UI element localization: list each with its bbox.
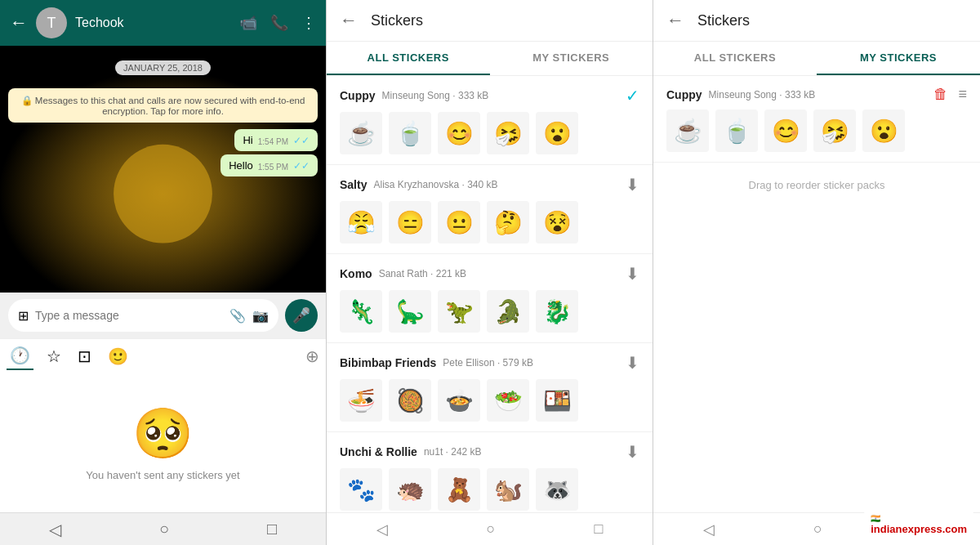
tab-all-stickers-2[interactable]: ALL STICKERS bbox=[653, 42, 817, 75]
video-call-icon[interactable]: 📹 bbox=[239, 14, 257, 32]
sticker-list: Cuppy Minseung Song · 333 kB ✓ ☕ 🍵 😊 🤧 😮… bbox=[327, 76, 653, 512]
system-nav-bar-2: ◁ ○ □ bbox=[327, 512, 653, 545]
sticker-thumb: ☕ bbox=[666, 109, 709, 152]
sticker-thumb: 🍵 bbox=[389, 112, 431, 154]
chat-back-button[interactable]: ← bbox=[10, 12, 28, 34]
sticker-thumb: 🍱 bbox=[536, 379, 578, 422]
sticker-thumb: 🐿️ bbox=[487, 468, 529, 511]
sticker-tabs: ALL STICKERS MY STICKERS bbox=[327, 42, 653, 76]
chat-title: Techook bbox=[75, 16, 231, 30]
message-bubble: Hi 1:54 PM ✓✓ bbox=[234, 129, 318, 151]
pack-meta: Sanat Rath · 221 kB bbox=[379, 268, 466, 279]
chat-input-area: ⊞ 📎 📷 🎤 bbox=[0, 293, 326, 338]
sticker-thumb: 🐊 bbox=[487, 290, 529, 333]
sticker-pack-komo: Komo Sanat Rath · 221 kB ⬇ 🦎 🦕 🦖 🐊 🐉 bbox=[327, 254, 653, 343]
sticker-pack-unchi: Unchi & Rollie nu1t · 242 kB ⬇ 🐾 🦔 🧸 🐿️ … bbox=[327, 432, 653, 512]
back-nav-button[interactable]: ◁ bbox=[703, 520, 715, 538]
sticker-tab-emoji[interactable]: 🙂 bbox=[105, 343, 131, 369]
pack-meta: nu1t · 242 kB bbox=[424, 446, 482, 458]
my-stickers-panel: ← Stickers ALL STICKERS MY STICKERS Cupp… bbox=[653, 0, 980, 545]
my-sticker-previews: ☕ 🍵 😊 🤧 😮 bbox=[666, 109, 967, 152]
sticker-thumb: 🦔 bbox=[389, 468, 431, 511]
pack-name: Unchi & Rollie bbox=[340, 445, 417, 458]
sticker-thumb: 🍜 bbox=[340, 379, 382, 422]
pack-name: Salty bbox=[340, 178, 367, 191]
home-nav-button[interactable]: ○ bbox=[159, 520, 169, 538]
emoji-icon[interactable]: ⊞ bbox=[18, 308, 29, 324]
attachment-icon[interactable]: 📎 bbox=[229, 308, 246, 324]
recents-nav-button[interactable]: □ bbox=[595, 520, 604, 538]
sticker-thumb: 🧸 bbox=[438, 468, 480, 511]
home-nav-button[interactable]: ○ bbox=[813, 520, 822, 538]
avatar: T bbox=[36, 7, 67, 38]
my-stickers-title: Stickers bbox=[697, 12, 750, 29]
mic-button[interactable]: 🎤 bbox=[285, 299, 318, 332]
sticker-thumb: 🤧 bbox=[813, 109, 856, 152]
stickers-back-button[interactable]: ← bbox=[340, 10, 358, 31]
pack-meta: Alisa Kryzhanovska · 340 kB bbox=[373, 179, 497, 190]
my-stickers-back-button[interactable]: ← bbox=[666, 10, 684, 31]
pack-download-icon[interactable]: ⬇ bbox=[626, 175, 639, 194]
date-badge: JANUARY 25, 2018 bbox=[115, 60, 211, 75]
sticker-previews: 🐾 🦔 🧸 🐿️ 🦝 bbox=[340, 468, 639, 511]
sticker-thumb: 🐾 bbox=[340, 468, 382, 511]
my-sticker-tabs: ALL STICKERS MY STICKERS bbox=[653, 42, 980, 76]
call-icon[interactable]: 📞 bbox=[270, 14, 288, 32]
sticker-previews: 😤 😑 😐 🤔 😵 bbox=[340, 201, 639, 243]
message-check: ✓✓ bbox=[293, 160, 310, 172]
sticker-pack-salty: Salty Alisa Kryzhanovska · 340 kB ⬇ 😤 😑 … bbox=[327, 165, 653, 254]
sticker-empty-text: You haven't sent any stickers yet bbox=[86, 469, 239, 481]
reorder-handle-icon[interactable]: ≡ bbox=[958, 86, 967, 103]
sticker-thumb: 🦕 bbox=[389, 290, 431, 333]
chat-messages: JANUARY 25, 2018 🔒 Messages to this chat… bbox=[0, 46, 326, 293]
sticker-picker-content: 🥺 You haven't sent any stickers yet bbox=[0, 373, 326, 512]
camera-icon[interactable]: 📷 bbox=[252, 308, 269, 324]
recents-nav-button[interactable]: □ bbox=[921, 520, 930, 538]
pack-name: Cuppy bbox=[340, 89, 376, 102]
message-check: ✓✓ bbox=[293, 135, 310, 146]
sticker-thumb: 🤧 bbox=[487, 112, 529, 154]
sticker-pack-cuppy: Cuppy Minseung Song · 333 kB ✓ ☕ 🍵 😊 🤧 😮 bbox=[327, 76, 653, 165]
message-text: Hi bbox=[243, 134, 252, 146]
back-nav-button[interactable]: ◁ bbox=[49, 520, 61, 539]
sticker-thumb: 😊 bbox=[438, 112, 480, 154]
recents-nav-button[interactable]: □ bbox=[267, 520, 277, 538]
pack-check-icon[interactable]: ✓ bbox=[626, 86, 639, 105]
sticker-thumb: 😑 bbox=[389, 201, 431, 243]
chat-panel: ← T Techook 📹 📞 ⋮ JANUARY 25, 2018 🔒 Mes… bbox=[0, 0, 327, 545]
tab-my-stickers[interactable]: MY STICKERS bbox=[490, 42, 653, 75]
message-time: 1:55 PM bbox=[258, 163, 288, 172]
stickers-header: ← Stickers bbox=[327, 0, 653, 42]
pack-download-icon[interactable]: ⬇ bbox=[626, 442, 639, 462]
sticker-thumb: 😤 bbox=[340, 201, 382, 243]
tab-my-stickers-2[interactable]: MY STICKERS bbox=[817, 42, 980, 75]
my-sticker-list: Cuppy Minseung Song · 333 kB 🗑 ≡ ☕ 🍵 😊 🤧… bbox=[653, 76, 980, 512]
encryption-notice[interactable]: 🔒 Messages to this chat and calls are no… bbox=[8, 88, 318, 123]
sticker-previews: 🍜 🥘 🍲 🥗 🍱 bbox=[340, 379, 639, 422]
message-input[interactable] bbox=[35, 309, 223, 322]
stickers-title: Stickers bbox=[371, 12, 423, 29]
delete-pack-button[interactable]: 🗑 bbox=[933, 86, 948, 103]
sticker-thumb: 😮 bbox=[862, 109, 905, 152]
tab-all-stickers[interactable]: ALL STICKERS bbox=[327, 42, 490, 75]
more-options-icon[interactable]: ⋮ bbox=[301, 14, 316, 32]
sticker-previews: 🦎 🦕 🦖 🐊 🐉 bbox=[340, 290, 639, 333]
sticker-tab-recent[interactable]: 🕐 bbox=[7, 342, 33, 370]
sticker-tab-star[interactable]: ☆ bbox=[43, 343, 65, 369]
sticker-add-button[interactable]: ⊕ bbox=[305, 346, 319, 366]
sticker-thumb: 🍲 bbox=[438, 379, 480, 422]
sticker-tab-saved[interactable]: ⊡ bbox=[74, 343, 95, 369]
back-nav-button[interactable]: ◁ bbox=[376, 520, 388, 538]
sticker-previews: ☕ 🍵 😊 🤧 😮 bbox=[340, 112, 639, 154]
sticker-thumb: 😊 bbox=[764, 109, 807, 152]
pack-download-icon[interactable]: ⬇ bbox=[626, 264, 639, 284]
chat-input-box: ⊞ 📎 📷 bbox=[8, 299, 278, 332]
chat-header-icons: 📹 📞 ⋮ bbox=[239, 14, 316, 32]
message-text: Hello bbox=[229, 159, 253, 172]
sticker-pack-bibimbap: Bibimbap Friends Pete Ellison · 579 kB ⬇… bbox=[327, 343, 653, 432]
my-sticker-pack-cuppy: Cuppy Minseung Song · 333 kB 🗑 ≡ ☕ 🍵 😊 🤧… bbox=[653, 76, 980, 163]
message-time: 1:54 PM bbox=[258, 137, 288, 146]
sticker-thumb: 🍵 bbox=[715, 109, 758, 152]
home-nav-button[interactable]: ○ bbox=[487, 520, 496, 538]
pack-download-icon[interactable]: ⬇ bbox=[626, 353, 639, 373]
